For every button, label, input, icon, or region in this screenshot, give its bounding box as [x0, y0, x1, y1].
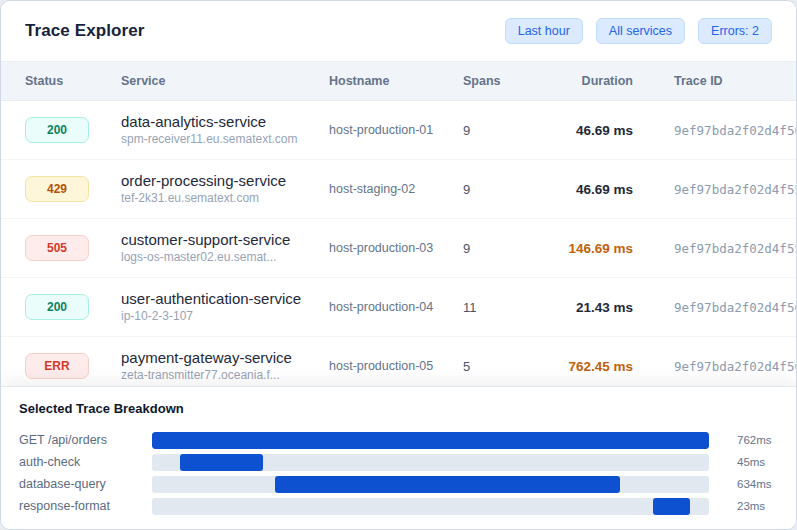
- column-header-status[interactable]: Status: [25, 74, 121, 88]
- selected-trace-breakdown-panel: Selected Trace Breakdown GET /api/orders…: [1, 386, 796, 529]
- breakdown-row: database-query 634ms: [19, 475, 778, 493]
- span-value: 762ms: [709, 434, 778, 446]
- column-header-service[interactable]: Service: [121, 74, 329, 88]
- span-bar-track: [152, 498, 709, 515]
- hostname-cell: host-production-04: [329, 300, 463, 314]
- span-value: 23ms: [709, 500, 778, 512]
- duration-cell: 46.69 ms: [541, 182, 633, 197]
- service-cell: order-processing-service tef-2k31.eu.sem…: [121, 172, 329, 207]
- service-cell: data-analytics-service spm-receiver11.eu…: [121, 113, 329, 148]
- breakdown-row: response-format 23ms: [19, 497, 778, 515]
- service-host: tef-2k31.eu.sematext.com: [121, 190, 317, 206]
- span-value: 45ms: [709, 456, 778, 468]
- column-header-duration[interactable]: Duration: [541, 74, 633, 88]
- trace-id-cell: 9ef97bda2f02d4f502: [633, 300, 796, 315]
- status-cell: ERR: [25, 353, 121, 379]
- breakdown-title: Selected Trace Breakdown: [19, 401, 778, 416]
- service-name: user-authentication-service: [121, 290, 329, 309]
- status-cell: 429: [25, 176, 121, 202]
- status-badge: 200: [25, 294, 89, 320]
- span-bar-fill: [152, 432, 709, 449]
- service-name: customer-support-service: [121, 231, 329, 250]
- trace-id-cell: 9ef97bda2f02d4f501: [633, 123, 796, 138]
- spans-cell: 11: [463, 300, 541, 315]
- breakdown-rows: GET /api/orders 762ms auth-check 45ms da…: [19, 431, 778, 515]
- table-row[interactable]: 200 user-authentication-service ip-10-2-…: [1, 278, 796, 337]
- duration-cell: 21.43 ms: [541, 300, 633, 315]
- service-host: logs-os-master02.eu.semat...: [121, 249, 317, 265]
- page-title: Trace Explorer: [25, 21, 145, 41]
- hostname-cell: host-production-03: [329, 241, 463, 255]
- service-name: order-processing-service: [121, 172, 329, 191]
- span-label: database-query: [19, 477, 152, 491]
- time-range-button[interactable]: Last hour: [505, 18, 583, 45]
- trace-id-cell: 9ef97bda2f02d4f557e: [633, 241, 796, 256]
- service-name: data-analytics-service: [121, 113, 329, 132]
- service-filter-button[interactable]: All services: [596, 18, 685, 45]
- table-row[interactable]: 200 data-analytics-service spm-receiver1…: [1, 101, 796, 160]
- table-header: Status Service Hostname Spans Duration T…: [1, 61, 796, 101]
- hostname-cell: host-production-01: [329, 123, 463, 137]
- span-bar-track: [152, 432, 709, 449]
- service-host: zeta-transmitter77.oceania.f...: [121, 367, 317, 383]
- spans-cell: 9: [463, 123, 541, 138]
- spans-cell: 9: [463, 241, 541, 256]
- span-label: auth-check: [19, 455, 152, 469]
- table-row[interactable]: 505 customer-support-service logs-os-mas…: [1, 219, 796, 278]
- breakdown-row: auth-check 45ms: [19, 453, 778, 471]
- duration-cell: 46.69 ms: [541, 123, 633, 138]
- trace-id-cell: 9ef97bda2f02d4f557e: [633, 182, 796, 197]
- service-host: ip-10-2-3-107: [121, 308, 317, 324]
- trace-explorer-app: Trace Explorer Last hour All services Er…: [0, 0, 797, 530]
- table-body: 200 data-analytics-service spm-receiver1…: [1, 101, 796, 396]
- span-label: GET /api/orders: [19, 433, 152, 447]
- service-cell: payment-gateway-service zeta-transmitter…: [121, 349, 329, 384]
- hostname-cell: host-production-05: [329, 359, 463, 373]
- column-header-hostname[interactable]: Hostname: [329, 74, 463, 88]
- status-cell: 200: [25, 117, 121, 143]
- span-bar-fill: [275, 476, 620, 493]
- service-host: spm-receiver11.eu.sematext.com: [121, 131, 317, 147]
- spans-cell: 5: [463, 359, 541, 374]
- status-badge: ERR: [25, 353, 89, 379]
- status-cell: 200: [25, 294, 121, 320]
- service-cell: user-authentication-service ip-10-2-3-10…: [121, 290, 329, 325]
- column-header-spans[interactable]: Spans: [463, 74, 541, 88]
- errors-filter-button[interactable]: Errors: 2: [698, 18, 772, 45]
- hostname-cell: host-staging-02: [329, 182, 463, 196]
- table-row[interactable]: 429 order-processing-service tef-2k31.eu…: [1, 160, 796, 219]
- topbar: Trace Explorer Last hour All services Er…: [1, 1, 796, 61]
- column-header-trace-id[interactable]: Trace ID: [633, 74, 796, 88]
- breakdown-row: GET /api/orders 762ms: [19, 431, 778, 449]
- service-cell: customer-support-service logs-os-master0…: [121, 231, 329, 266]
- span-bar-track: [152, 476, 709, 493]
- spans-cell: 9: [463, 182, 541, 197]
- span-bar-track: [152, 454, 709, 471]
- status-cell: 505: [25, 235, 121, 261]
- filter-buttons: Last hour All services Errors: 2: [505, 18, 772, 45]
- span-value: 634ms: [709, 478, 778, 490]
- duration-cell: 146.69 ms: [541, 241, 633, 256]
- status-badge: 200: [25, 117, 89, 143]
- span-bar-fill: [653, 498, 689, 515]
- service-name: payment-gateway-service: [121, 349, 329, 368]
- trace-id-cell: 9ef97bda2f02d4f505: [633, 359, 796, 374]
- span-bar-fill: [180, 454, 264, 471]
- status-badge: 505: [25, 235, 89, 261]
- status-badge: 429: [25, 176, 89, 202]
- span-label: response-format: [19, 499, 152, 513]
- duration-cell: 762.45 ms: [541, 359, 633, 374]
